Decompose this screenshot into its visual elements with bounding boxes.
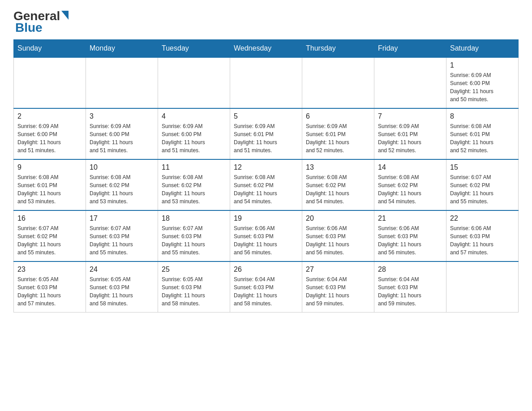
- calendar-cell: 10Sunrise: 6:08 AM Sunset: 6:02 PM Dayli…: [86, 159, 158, 210]
- day-number: 25: [162, 265, 226, 274]
- day-info: Sunrise: 6:07 AM Sunset: 6:03 PM Dayligh…: [162, 224, 226, 257]
- weekday-header-sunday: Sunday: [14, 40, 86, 58]
- calendar-cell: 24Sunrise: 6:05 AM Sunset: 6:03 PM Dayli…: [86, 261, 158, 313]
- day-info: Sunrise: 6:08 AM Sunset: 6:02 PM Dayligh…: [306, 173, 370, 206]
- day-info: Sunrise: 6:07 AM Sunset: 6:03 PM Dayligh…: [90, 224, 154, 257]
- day-number: 24: [90, 265, 154, 274]
- day-number: 27: [306, 265, 370, 274]
- day-info: Sunrise: 6:06 AM Sunset: 6:03 PM Dayligh…: [450, 224, 515, 257]
- weekday-header-thursday: Thursday: [302, 40, 374, 58]
- calendar-cell: 6Sunrise: 6:09 AM Sunset: 6:01 PM Daylig…: [302, 108, 374, 159]
- logo-blue-text: Blue: [15, 21, 43, 34]
- weekday-header-tuesday: Tuesday: [158, 40, 230, 58]
- calendar-week-row: 1Sunrise: 6:09 AM Sunset: 6:00 PM Daylig…: [14, 57, 519, 108]
- day-number: 11: [162, 163, 226, 171]
- day-number: 13: [306, 163, 370, 171]
- day-number: 18: [162, 214, 226, 223]
- calendar-cell: 26Sunrise: 6:04 AM Sunset: 6:03 PM Dayli…: [230, 261, 302, 313]
- day-info: Sunrise: 6:05 AM Sunset: 6:03 PM Dayligh…: [90, 275, 154, 308]
- day-number: 26: [234, 265, 298, 274]
- day-number: 12: [234, 163, 298, 171]
- calendar-cell: 13Sunrise: 6:08 AM Sunset: 6:02 PM Dayli…: [302, 159, 374, 210]
- calendar-cell: 17Sunrise: 6:07 AM Sunset: 6:03 PM Dayli…: [86, 210, 158, 261]
- calendar-cell: [158, 57, 230, 108]
- day-number: 17: [90, 214, 154, 223]
- day-number: 16: [17, 214, 82, 223]
- calendar-cell: 12Sunrise: 6:08 AM Sunset: 6:02 PM Dayli…: [230, 159, 302, 210]
- calendar-cell: [374, 57, 446, 108]
- day-info: Sunrise: 6:08 AM Sunset: 6:02 PM Dayligh…: [90, 173, 154, 206]
- day-info: Sunrise: 6:06 AM Sunset: 6:03 PM Dayligh…: [234, 224, 298, 257]
- day-info: Sunrise: 6:08 AM Sunset: 6:02 PM Dayligh…: [234, 173, 298, 206]
- day-info: Sunrise: 6:04 AM Sunset: 6:03 PM Dayligh…: [378, 275, 442, 308]
- calendar-cell: 16Sunrise: 6:07 AM Sunset: 6:02 PM Dayli…: [14, 210, 86, 261]
- day-number: 4: [162, 112, 226, 120]
- calendar-cell: 18Sunrise: 6:07 AM Sunset: 6:03 PM Dayli…: [158, 210, 230, 261]
- day-number: 14: [378, 163, 442, 171]
- calendar-cell: 20Sunrise: 6:06 AM Sunset: 6:03 PM Dayli…: [302, 210, 374, 261]
- calendar-cell: 4Sunrise: 6:09 AM Sunset: 6:00 PM Daylig…: [158, 108, 230, 159]
- calendar-cell: 5Sunrise: 6:09 AM Sunset: 6:01 PM Daylig…: [230, 108, 302, 159]
- day-info: Sunrise: 6:05 AM Sunset: 6:03 PM Dayligh…: [17, 275, 82, 308]
- day-info: Sunrise: 6:07 AM Sunset: 6:02 PM Dayligh…: [450, 173, 515, 206]
- calendar-cell: 7Sunrise: 6:09 AM Sunset: 6:01 PM Daylig…: [374, 108, 446, 159]
- day-number: 21: [378, 214, 442, 223]
- calendar-cell: 22Sunrise: 6:06 AM Sunset: 6:03 PM Dayli…: [446, 210, 519, 261]
- page-header: General Blue: [13, 9, 519, 35]
- weekday-header-monday: Monday: [86, 40, 158, 58]
- calendar-cell: 23Sunrise: 6:05 AM Sunset: 6:03 PM Dayli…: [14, 261, 86, 313]
- weekday-header-row: SundayMondayTuesdayWednesdayThursdayFrid…: [14, 40, 519, 58]
- day-number: 9: [17, 163, 82, 171]
- day-info: Sunrise: 6:09 AM Sunset: 6:00 PM Dayligh…: [162, 122, 226, 154]
- day-number: 2: [17, 112, 82, 120]
- day-number: 19: [234, 214, 298, 223]
- calendar-week-row: 2Sunrise: 6:09 AM Sunset: 6:00 PM Daylig…: [14, 108, 519, 159]
- day-number: 15: [450, 163, 515, 171]
- calendar-cell: [230, 57, 302, 108]
- calendar-cell: 25Sunrise: 6:05 AM Sunset: 6:03 PM Dayli…: [158, 261, 230, 313]
- calendar-cell: 9Sunrise: 6:08 AM Sunset: 6:01 PM Daylig…: [14, 159, 86, 210]
- calendar-cell: 19Sunrise: 6:06 AM Sunset: 6:03 PM Dayli…: [230, 210, 302, 261]
- day-info: Sunrise: 6:09 AM Sunset: 6:00 PM Dayligh…: [90, 122, 154, 154]
- day-info: Sunrise: 6:09 AM Sunset: 6:00 PM Dayligh…: [450, 71, 515, 103]
- day-number: 10: [90, 163, 154, 171]
- day-info: Sunrise: 6:09 AM Sunset: 6:01 PM Dayligh…: [234, 122, 298, 154]
- calendar-cell: [14, 57, 86, 108]
- calendar-week-row: 16Sunrise: 6:07 AM Sunset: 6:02 PM Dayli…: [14, 210, 519, 261]
- calendar-cell: [302, 57, 374, 108]
- day-info: Sunrise: 6:09 AM Sunset: 6:00 PM Dayligh…: [17, 122, 82, 154]
- calendar-cell: [446, 261, 519, 313]
- day-info: Sunrise: 6:09 AM Sunset: 6:01 PM Dayligh…: [306, 122, 370, 154]
- calendar-cell: 21Sunrise: 6:06 AM Sunset: 6:03 PM Dayli…: [374, 210, 446, 261]
- day-number: 28: [378, 265, 442, 274]
- day-info: Sunrise: 6:08 AM Sunset: 6:02 PM Dayligh…: [162, 173, 226, 206]
- day-info: Sunrise: 6:06 AM Sunset: 6:03 PM Dayligh…: [306, 224, 370, 257]
- day-info: Sunrise: 6:04 AM Sunset: 6:03 PM Dayligh…: [306, 275, 370, 308]
- day-number: 22: [450, 214, 515, 223]
- calendar-cell: 8Sunrise: 6:08 AM Sunset: 6:01 PM Daylig…: [446, 108, 519, 159]
- calendar-cell: 11Sunrise: 6:08 AM Sunset: 6:02 PM Dayli…: [158, 159, 230, 210]
- day-info: Sunrise: 6:04 AM Sunset: 6:03 PM Dayligh…: [234, 275, 298, 308]
- day-number: 3: [90, 112, 154, 120]
- day-number: 6: [306, 112, 370, 120]
- calendar-cell: 14Sunrise: 6:08 AM Sunset: 6:02 PM Dayli…: [374, 159, 446, 210]
- day-info: Sunrise: 6:08 AM Sunset: 6:01 PM Dayligh…: [450, 122, 515, 154]
- day-number: 5: [234, 112, 298, 120]
- day-info: Sunrise: 6:05 AM Sunset: 6:03 PM Dayligh…: [162, 275, 226, 308]
- day-number: 23: [17, 265, 82, 274]
- weekday-header-wednesday: Wednesday: [230, 40, 302, 58]
- calendar-cell: 1Sunrise: 6:09 AM Sunset: 6:00 PM Daylig…: [446, 57, 519, 108]
- weekday-header-saturday: Saturday: [446, 40, 519, 58]
- calendar-cell: 15Sunrise: 6:07 AM Sunset: 6:02 PM Dayli…: [446, 159, 519, 210]
- day-number: 20: [306, 214, 370, 223]
- calendar-cell: 3Sunrise: 6:09 AM Sunset: 6:00 PM Daylig…: [86, 108, 158, 159]
- weekday-header-friday: Friday: [374, 40, 446, 58]
- calendar-cell: 27Sunrise: 6:04 AM Sunset: 6:03 PM Dayli…: [302, 261, 374, 313]
- logo-triangle-icon: [61, 11, 69, 20]
- day-info: Sunrise: 6:09 AM Sunset: 6:01 PM Dayligh…: [378, 122, 442, 154]
- calendar-cell: [86, 57, 158, 108]
- logo: General Blue: [13, 9, 69, 35]
- day-number: 1: [450, 61, 515, 69]
- calendar-cell: 2Sunrise: 6:09 AM Sunset: 6:00 PM Daylig…: [14, 108, 86, 159]
- day-info: Sunrise: 6:06 AM Sunset: 6:03 PM Dayligh…: [378, 224, 442, 257]
